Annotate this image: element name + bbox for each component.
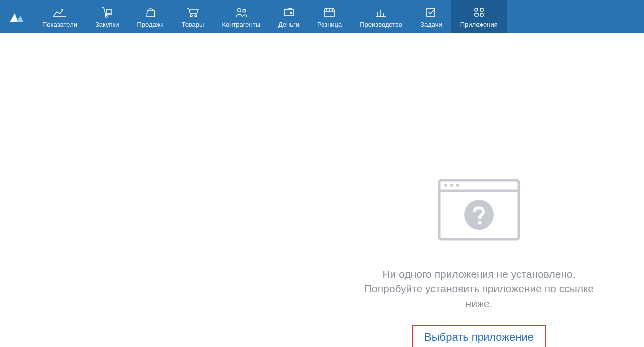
hand-truck-icon [101,6,114,19]
nav-label: Приложения [460,21,498,28]
cart-icon [186,6,200,19]
app-question-icon [437,178,521,243]
nav-item-purchases[interactable]: Закупки [86,0,128,33]
nav-item-money[interactable]: Деньги [269,0,308,33]
nav-item-apps[interactable]: Приложения [451,0,507,33]
empty-text-line1: Ни одного приложения не установлено. [349,267,609,281]
nav-item-retail[interactable]: Розница [308,0,351,33]
nav-label: Контрагенты [222,21,260,28]
top-nav: Показатели Закупки Продажи [0,0,644,33]
logo-icon [8,10,25,23]
nav-item-tasks[interactable]: Задачи [411,0,451,33]
svg-rect-18 [475,13,478,16]
svg-point-24 [456,184,459,187]
content-area: Ни одного приложения не установлено. Поп… [0,33,644,347]
svg-point-22 [444,184,447,187]
nav-item-counterparties[interactable]: Контрагенты [213,0,269,33]
nav-item-goods[interactable]: Товары [173,0,213,33]
choose-app-button[interactable]: Выбрать приложение [412,325,546,347]
svg-point-26 [478,221,482,225]
nav-item-sales[interactable]: Продажи [128,0,172,33]
empty-state-illustration [349,178,609,243]
svg-point-23 [450,184,453,187]
empty-text-line2: Попробуйте установить приложение по ссыл… [349,281,609,311]
nav-item-indicators[interactable]: Показатели [33,0,86,33]
nav-label: Деньги [278,21,299,28]
nav-label: Показатели [42,21,77,28]
nav-label: Продажи [137,21,163,28]
nav-label: Товары [182,21,204,28]
svg-point-1 [105,15,107,17]
svg-point-4 [195,15,197,17]
wallet-icon [282,6,295,19]
svg-rect-2 [107,9,111,13]
svg-rect-17 [480,8,483,11]
nav-item-production[interactable]: Производство [351,0,411,33]
factory-icon [374,6,388,19]
checkbox-icon [425,6,437,19]
svg-rect-15 [427,8,435,16]
nav-label: Розница [317,21,342,28]
empty-state: Ни одного приложения не установлено. Поп… [349,178,609,347]
svg-point-25 [464,200,494,230]
nav-label: Закупки [95,21,119,28]
people-icon [234,6,248,19]
store-icon [322,6,336,19]
shopping-bag-icon [145,6,157,19]
nav-label: Задачи [420,21,442,28]
svg-point-7 [291,12,292,13]
svg-point-5 [237,8,241,12]
chart-line-icon [53,6,67,19]
svg-point-6 [243,9,246,12]
apps-gear-icon [473,6,485,19]
svg-point-3 [190,15,192,17]
svg-rect-19 [480,13,483,16]
nav-label: Производство [360,21,402,28]
logo[interactable] [0,0,33,33]
